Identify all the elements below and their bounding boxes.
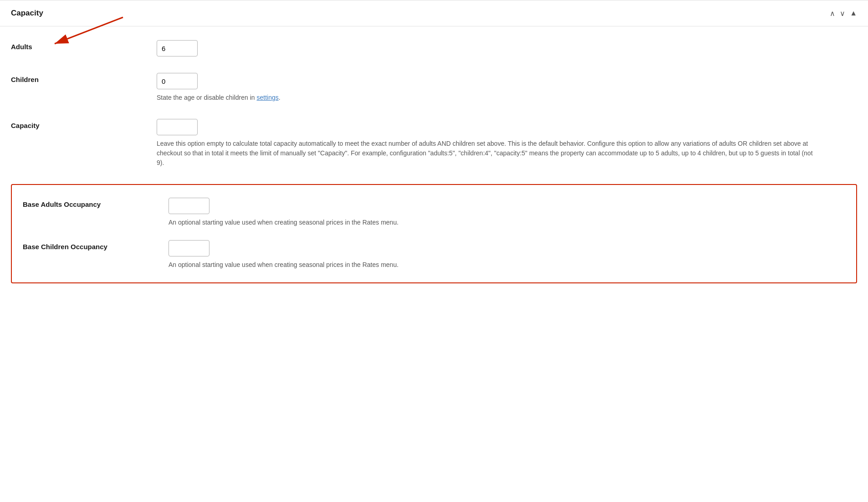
adults-content: [157, 40, 857, 56]
occupancy-highlight-box: Base Adults Occupancy An optional starti…: [11, 184, 857, 283]
children-hint: State the age or disable children in set…: [157, 93, 817, 102]
children-content: State the age or disable children in set…: [157, 73, 857, 102]
base-children-row: Base Children Occupancy An optional star…: [23, 240, 845, 270]
adults-row: Adults: [11, 40, 857, 56]
capacity-row: Capacity Leave this option empty to calc…: [11, 119, 857, 168]
capacity-content: Leave this option empty to calculate tot…: [157, 119, 857, 168]
base-children-label: Base Children Occupancy: [23, 240, 168, 251]
scroll-down-button[interactable]: ∨: [840, 9, 845, 18]
header-controls: ∧ ∨ ▲: [830, 9, 857, 18]
children-hint-end: .: [279, 94, 281, 101]
section-title: Capacity: [11, 9, 43, 18]
adults-label: Adults: [11, 40, 157, 51]
scroll-up-button[interactable]: ∧: [830, 9, 835, 18]
adults-input[interactable]: [157, 40, 198, 56]
page-container: Capacity ∧ ∨ ▲ Adults Children State the…: [0, 0, 868, 502]
base-adults-hint: An optional starting value used when cre…: [168, 218, 829, 227]
base-adults-content: An optional starting value used when cre…: [168, 198, 845, 227]
base-adults-row: Base Adults Occupancy An optional starti…: [23, 198, 845, 227]
capacity-hint: Leave this option empty to calculate tot…: [157, 139, 817, 168]
section-header: Capacity ∧ ∨ ▲: [0, 0, 868, 26]
children-label: Children: [11, 73, 157, 83]
base-children-hint: An optional starting value used when cre…: [168, 260, 829, 270]
children-hint-text: State the age or disable children in: [157, 94, 256, 101]
base-adults-input[interactable]: [168, 198, 209, 214]
children-row: Children State the age or disable childr…: [11, 73, 857, 102]
base-adults-label: Base Adults Occupancy: [23, 198, 168, 208]
capacity-input[interactable]: [157, 119, 198, 135]
base-children-content: An optional starting value used when cre…: [168, 240, 845, 270]
children-input[interactable]: [157, 73, 198, 89]
base-children-input[interactable]: [168, 240, 209, 256]
form-area: Adults Children State the age or disable…: [0, 26, 868, 311]
collapse-button[interactable]: ▲: [850, 9, 857, 17]
settings-link[interactable]: settings: [256, 94, 278, 101]
capacity-label: Capacity: [11, 119, 157, 129]
